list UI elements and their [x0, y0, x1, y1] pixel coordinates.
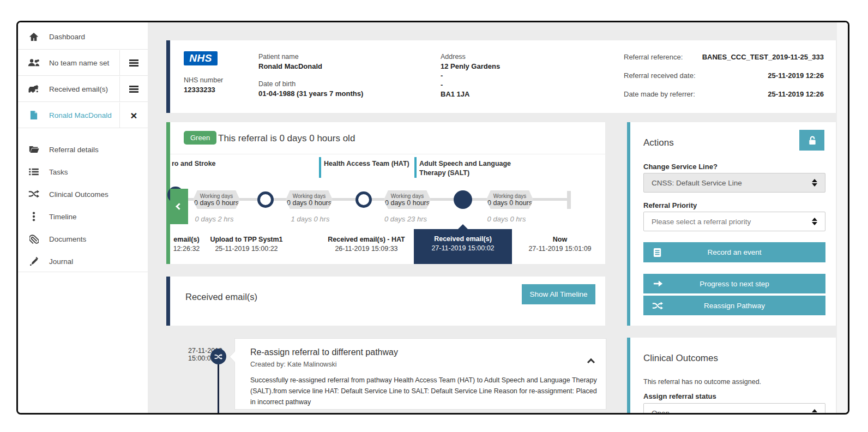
app-window: Dashboard No team name set Received emai…	[16, 21, 849, 415]
service-line-select[interactable]: CNSS: Default Service Line	[643, 173, 825, 193]
sidebar-item-tasks[interactable]: Tasks	[18, 160, 148, 183]
referral-priority-label: Referral Priority	[643, 201, 697, 209]
duration-label: 0 days 23 hrs	[384, 215, 427, 223]
select-arrows-icon	[812, 218, 817, 225]
pathway-segment: Adult Speech and Language Therapy (SALT)	[419, 159, 512, 178]
show-all-timeline-button[interactable]: Show All Timeline	[522, 284, 595, 304]
service-line-value: CNSS: Default Service Line	[652, 179, 742, 187]
step-circle	[257, 191, 274, 208]
patient-header-card: NHS NHS number 12333233 Patient name Ron…	[166, 40, 836, 113]
milestone-highlighted[interactable]: Received email(s) 27-11-2019 15:00:02	[414, 229, 512, 264]
folder-open-icon	[28, 144, 40, 155]
journal-entry-marker	[210, 349, 226, 364]
referral-age-title: This referral is 0 days 0 hours old	[218, 133, 355, 144]
journal-entry-body: Successfully re-assigned referral from p…	[250, 375, 598, 407]
address-line: BA1 1JA	[441, 90, 469, 98]
patient-name-label: Patient name	[258, 53, 299, 61]
sidebar-item-label: Timeline	[49, 212, 77, 220]
milestone: email(s) 12:26:32	[173, 236, 200, 253]
nhs-number-label: NHS number	[184, 76, 223, 84]
actions-title: Actions	[643, 137, 674, 148]
close-patient-button[interactable]: ×	[119, 103, 148, 128]
pathway-segment: Health Access Team (HAT)	[324, 159, 409, 169]
journal-icon	[653, 248, 662, 257]
referral-status-value: Open	[652, 409, 670, 415]
lock-open-icon	[807, 135, 817, 146]
referral-age-card: Green This referral is 0 days 0 hours ol…	[166, 122, 605, 264]
unlock-button[interactable]	[799, 130, 824, 151]
timeline-section-title: Received email(s)	[185, 292, 257, 302]
progress-next-step-button[interactable]: Progress to next step	[643, 274, 825, 293]
journal-entry-title: Re-assign referral to different pathway	[250, 347, 398, 357]
sidebar-item-label: Journal	[49, 257, 73, 265]
sidebar-item-patient[interactable]: Ronald MacDonald ×	[18, 103, 148, 128]
record-event-label: Record an event	[707, 248, 761, 256]
sidebar-item-label: Ronald MacDonald	[49, 111, 112, 119]
sidebar: Dashboard No team name set Received emai…	[18, 22, 148, 413]
sidebar-divider	[18, 272, 148, 272]
no-outcome-text: This referral has no outcome assigned.	[643, 378, 761, 386]
cars-icon	[28, 83, 40, 94]
sidebar-item-received-emails[interactable]: Received email(s)	[18, 76, 148, 102]
list-icon	[28, 166, 40, 177]
shuffle-icon	[28, 189, 40, 200]
date-made-label: Date made by referrer:	[624, 90, 695, 98]
shuffle-icon	[214, 353, 222, 360]
assign-referral-status-label: Assign referral status	[643, 392, 716, 400]
progress-next-step-label: Progress to next step	[700, 280, 769, 288]
timeline-section-card: Received email(s) Show All Timeline	[166, 277, 605, 326]
address-line: -	[441, 71, 443, 80]
pathway-segment-bar	[414, 157, 417, 178]
sidebar-item-clinical-outcomes[interactable]: Clinical Outcomes	[18, 183, 148, 205]
sidebar-item-referral-details[interactable]: Referral details	[18, 138, 148, 160]
nhs-logo: NHS	[184, 51, 218, 65]
date-made-value: 25-11-2019 12:26	[768, 90, 824, 98]
close-icon: ×	[130, 110, 137, 121]
reassign-pathway-button[interactable]: Reassign Pathway	[643, 296, 825, 315]
reassign-pathway-label: Reassign Pathway	[704, 302, 765, 310]
actions-panel: Actions Change Service Line? CNSS: Defau…	[627, 122, 836, 326]
referral-reference-value: BANES_CCC_TEST_2019-11-25_333	[702, 53, 824, 61]
sidebar-item-team[interactable]: No team name set	[18, 50, 148, 76]
stepper-end-bar	[567, 191, 571, 209]
sidebar-item-label: No team name set	[49, 59, 109, 67]
received-emails-menu-button[interactable]	[119, 76, 148, 101]
sidebar-item-label: Clinical Outcomes	[49, 190, 108, 198]
referral-priority-select[interactable]: Please select a referral priority	[643, 212, 825, 231]
referral-status-select[interactable]: Open	[643, 403, 825, 415]
sidebar-item-label: Dashboard	[49, 33, 85, 41]
select-arrows-icon	[812, 179, 817, 187]
journal-entry-author: Created by: Kate Malinowski	[250, 361, 336, 368]
working-days-tag: Working days 0 days 0 hours	[193, 190, 240, 209]
sidebar-item-label: Referral details	[49, 145, 99, 153]
sidebar-item-dashboard[interactable]: Dashboard	[18, 24, 148, 50]
record-event-button[interactable]: Record an event	[643, 242, 825, 262]
milestone: Now 27-11-2019 15:01:09	[528, 236, 591, 253]
referral-priority-placeholder: Please select a referral priority	[652, 218, 751, 226]
users-icon	[28, 57, 40, 68]
clinical-outcomes-panel: Clinical Outcomes This referral has no o…	[627, 338, 836, 414]
duration-label: 1 days 0 hrs	[291, 215, 330, 223]
step-circle	[355, 191, 372, 208]
sidebar-item-timeline[interactable]: Timeline	[18, 205, 148, 227]
hamburger-icon	[129, 59, 138, 67]
select-arrows-icon	[812, 409, 817, 415]
referral-reference-label: Referral reference:	[624, 53, 683, 61]
team-menu-button[interactable]	[119, 50, 148, 75]
address-line: 12 Penly Gardens	[441, 62, 500, 70]
arrow-right-icon	[653, 280, 663, 287]
patient-name-value: Ronald MacDonald	[258, 62, 322, 70]
divider	[170, 154, 605, 154]
sidebar-item-documents[interactable]: Documents	[18, 227, 148, 250]
stepper-scroll-left-button[interactable]	[170, 189, 188, 224]
journal-timeline-line	[218, 364, 219, 415]
sidebar-item-journal[interactable]: Journal	[18, 250, 148, 272]
duration-label: 0 days 0 hrs	[487, 215, 526, 223]
working-days-tag: Working days 0 days 0 hours	[286, 190, 333, 209]
shuffle-icon	[652, 302, 663, 310]
scrollbar-track[interactable]	[837, 22, 848, 413]
dob-value: 01-04-1988 (31 years 7 months)	[258, 89, 363, 98]
change-service-line-label: Change Service Line?	[643, 163, 718, 171]
collapse-entry-button[interactable]	[588, 357, 594, 367]
pathway-segment: ro and Stroke	[172, 159, 216, 169]
